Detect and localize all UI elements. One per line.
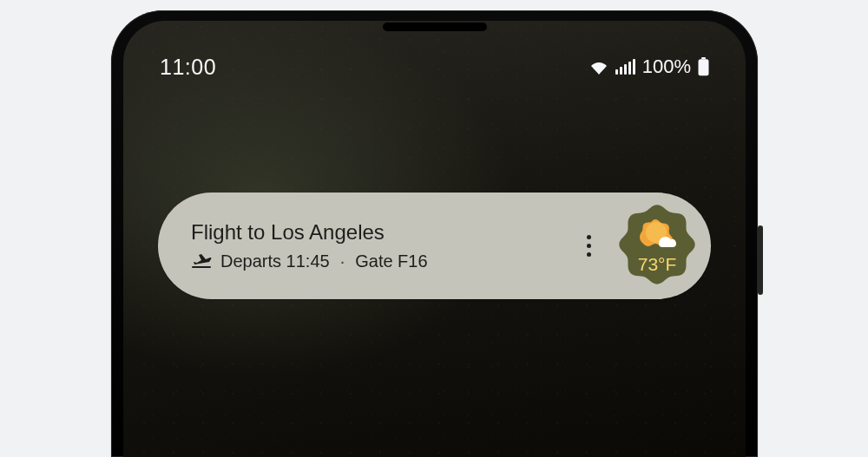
cloud-shape: [659, 237, 676, 247]
svg-rect-1: [699, 59, 709, 75]
gate-label: Gate F16: [355, 251, 427, 271]
weather-chip[interactable]: 73°F: [612, 201, 702, 291]
wifi-icon: [589, 59, 608, 75]
depart-time-label: Departs 11:45: [220, 251, 330, 271]
more-menu-button[interactable]: [570, 235, 607, 257]
camera-cutout: [383, 23, 487, 31]
status-time: 11:00: [160, 55, 216, 80]
weather-condition-icon: [638, 218, 676, 251]
departure-icon: [191, 252, 212, 271]
device-side-button: [758, 225, 763, 295]
flight-subline: Departs 11:45 · Gate F16: [191, 251, 562, 271]
status-bar: 11:00 100%: [123, 52, 746, 82]
separator-dot: ·: [339, 251, 347, 271]
status-right-cluster: 100%: [589, 55, 709, 78]
flight-info-block[interactable]: Flight to Los Angeles Departs 11:45 · Ga…: [191, 220, 570, 271]
battery-icon: [698, 57, 709, 76]
phone-screen: 11:00 100%: [123, 21, 746, 457]
svg-rect-0: [701, 57, 706, 59]
weather-inner: 73°F: [638, 218, 677, 275]
temperature-label: 73°F: [638, 254, 677, 275]
flight-title: Flight to Los Angeles: [191, 220, 562, 245]
phone-frame: 11:00 100%: [111, 10, 758, 457]
cellular-signal-icon: [615, 59, 635, 75]
battery-percent-label: 100%: [642, 55, 691, 78]
at-a-glance-card[interactable]: Flight to Los Angeles Departs 11:45 · Ga…: [158, 193, 711, 299]
